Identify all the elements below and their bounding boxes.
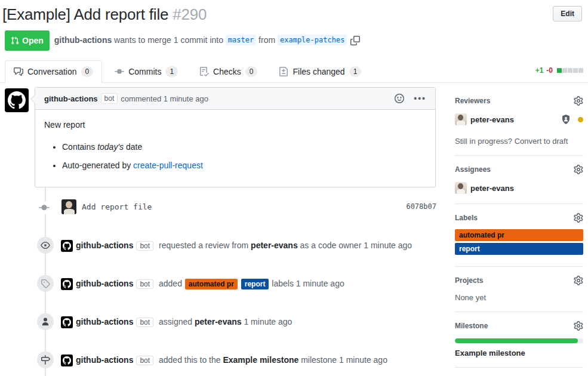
diffstat-blocks (557, 68, 583, 73)
event-description: labels (269, 279, 295, 288)
label-report[interactable]: report (241, 279, 269, 289)
event-timestamp-link[interactable]: 1 minute ago (296, 279, 344, 288)
event-actor-link[interactable]: github-actions (76, 279, 133, 288)
copy-branch-button[interactable] (350, 36, 360, 45)
comment-list: Contains today's date Auto-generated by … (44, 141, 426, 172)
diffstat[interactable]: +1 -0 (535, 66, 583, 75)
label-report[interactable]: report (455, 243, 583, 255)
reviewers-title: Reviewers (455, 97, 490, 105)
event-timestamp-link[interactable]: 1 minute ago (364, 241, 412, 250)
gear-icon[interactable] (574, 165, 583, 174)
pr-author-link[interactable]: github-actions (54, 35, 112, 44)
commit-message-link[interactable]: Add report file (82, 202, 152, 211)
event-actor-link[interactable]: github-actions (76, 241, 133, 250)
hint-text: Still in progress? (455, 137, 515, 146)
comment-list-item: Auto-generated by create-pull-request (62, 159, 426, 172)
pr-description-comment: github-actions bot commented 1 minute ag… (35, 87, 436, 187)
timeline-event-review-requested: github-actionsbot requested a review fro… (0, 237, 436, 255)
pr-from-text: from (256, 35, 278, 44)
milestone-link[interactable]: Example milestone (455, 349, 583, 357)
base-branch-label[interactable]: master (226, 35, 256, 45)
commit-sha-link[interactable]: 6078b07 (406, 202, 436, 211)
bot-badge: bot (136, 279, 153, 289)
eye-icon (37, 237, 54, 254)
pr-merge-text: wants to merge 1 commit into (112, 35, 226, 44)
event-timestamp-link[interactable]: 1 minute ago (339, 355, 387, 365)
reviewer-link[interactable]: peter-evans (470, 115, 514, 124)
reviewer-status-icons (561, 115, 583, 124)
milestone-progress-bar (455, 338, 583, 343)
comment-header: github-actions bot commented 1 minute ag… (35, 88, 435, 110)
gear-icon[interactable] (574, 321, 583, 331)
github-mark-icon (63, 242, 71, 250)
milestone-title: Milestone (455, 322, 488, 330)
bullet-text: Contains (62, 142, 97, 152)
event-target-link[interactable]: peter-evans (251, 241, 298, 250)
avatar[interactable] (5, 88, 29, 112)
event-timestamp-link[interactable]: 1 minute ago (244, 317, 292, 326)
comment-meta[interactable]: commented 1 minute ago (121, 94, 208, 103)
git-commit-icon (39, 201, 50, 214)
gear-icon[interactable] (574, 213, 583, 223)
avatar[interactable] (61, 199, 76, 214)
avatar[interactable] (61, 240, 73, 252)
section-title-row: Assignees (455, 165, 583, 174)
create-pull-request-link[interactable]: create-pull-request (133, 161, 203, 170)
bot-badge: bot (136, 241, 153, 251)
event-actor-link[interactable]: github-actions (76, 355, 133, 365)
avatar[interactable] (61, 278, 73, 290)
tab-conversation-label: Conversation (27, 67, 77, 76)
tab-commits-count: 1 (165, 66, 178, 77)
milestone-progress-fill (455, 338, 578, 343)
diffstat-block (573, 68, 578, 73)
comment-actions: ••• (395, 94, 426, 103)
labels-list: automated pr report (455, 229, 583, 255)
event-text: github-actionsbot requested a review fro… (61, 239, 412, 252)
label-automated-pr[interactable]: automated pr (185, 279, 238, 289)
tab-conversation[interactable]: Conversation 0 (5, 60, 102, 83)
timeline-event-assigned: github-actionsbot assigned peter-evans 1… (0, 313, 436, 331)
github-mark-icon (8, 91, 26, 109)
avatar[interactable] (455, 113, 467, 125)
gear-icon[interactable] (574, 96, 583, 106)
edit-button[interactable]: Edit (553, 6, 582, 21)
convert-to-draft-hint: Still in progress? Convert to draft (455, 137, 583, 146)
label-automated-pr[interactable]: automated pr (455, 229, 583, 241)
tab-conversation-count: 0 (81, 66, 94, 77)
bullet-text: date (124, 142, 142, 152)
avatar[interactable] (61, 355, 73, 366)
tab-checks-label: Checks (213, 67, 241, 76)
discussion-timeline: github-actions bot commented 1 minute ag… (0, 87, 445, 376)
comment-list-item: Contains today's date (62, 141, 426, 153)
convert-to-draft-link[interactable]: Convert to draft (515, 137, 568, 146)
pr-tabs: Conversation 0 Commits 1 Checks 0 Files … (0, 60, 588, 83)
event-target-link[interactable]: Example milestone (223, 355, 298, 365)
avatar[interactable] (61, 316, 73, 328)
sidebar-section-projects: Projects None yet (455, 267, 583, 312)
projects-title: Projects (455, 276, 483, 285)
assignee-link[interactable]: peter-evans (470, 184, 514, 193)
bullet-text: Auto-generated by (62, 161, 133, 170)
sidebar-section-labels: Labels automated pr report (455, 204, 583, 267)
event-target-link[interactable]: peter-evans (195, 317, 242, 326)
bot-badge: bot (136, 318, 153, 327)
avatar[interactable] (455, 182, 467, 194)
event-description: added (156, 279, 184, 288)
comment-paragraph: New report (44, 119, 426, 131)
tab-commits-label: Commits (128, 67, 161, 76)
github-mark-icon (63, 356, 71, 365)
smiley-icon[interactable] (395, 94, 404, 103)
kebab-menu-icon[interactable]: ••• (414, 94, 426, 103)
pr-meta: Opengithub-actions wants to merge 1 comm… (5, 30, 582, 51)
tab-files-changed[interactable]: Files changed 1 (270, 60, 370, 83)
tab-checks[interactable]: Checks 0 (190, 60, 266, 83)
bot-badge: bot (101, 93, 118, 104)
comment-author-link[interactable]: github-actions (44, 94, 98, 103)
head-branch-label[interactable]: example-patches (278, 35, 347, 45)
pr-number: #290 (173, 5, 207, 23)
tab-commits[interactable]: Commits 1 (106, 60, 187, 83)
gear-icon[interactable] (574, 276, 583, 285)
event-actor-link[interactable]: github-actions (76, 317, 133, 326)
event-description: added this to the (156, 355, 223, 365)
pr-header: [Example] Add report file #290 Edit Open… (0, 0, 588, 51)
